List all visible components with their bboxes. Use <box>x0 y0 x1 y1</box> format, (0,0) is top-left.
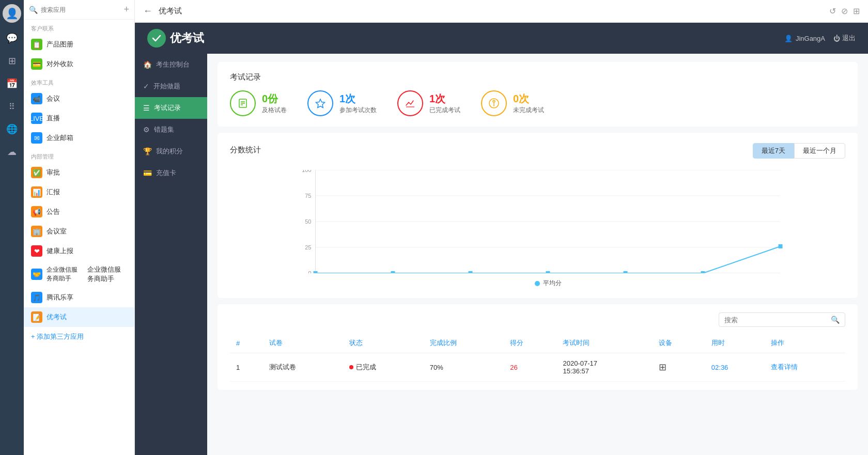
cell-paper: 测试试卷 <box>263 353 343 382</box>
nav-label-dashboard: 考生控制台 <box>156 60 190 69</box>
sidebar-item-announcement[interactable]: 📢 公告 <box>24 202 134 222</box>
tab-1month[interactable]: 最近一个月 <box>794 143 845 159</box>
completed-icon <box>397 90 423 116</box>
app-navbar: 🏠 考生控制台 ✓ 开始做题 ☰ 考试记录 ⚙ 错题集 <box>135 54 207 455</box>
table-row: 1 测试试卷 已完成 70% 26 <box>230 353 845 382</box>
back-button[interactable]: ← <box>143 6 152 17</box>
score-chart-section: 分数统计 最近7天 最近一个月 <box>218 133 858 298</box>
globe-nav-item[interactable]: 🌐 <box>2 119 22 139</box>
status-badge: 已完成 <box>349 363 376 372</box>
section-tools: 效率工具 📹 会议 LIVE 直播 ✉ 企业邮箱 <box>24 74 134 148</box>
section-internal: 内部管理 ✅ 审批 📊 汇报 📢 公告 🏢 会议室 ❤ 健康上报 <box>24 148 134 261</box>
svg-rect-26 <box>779 244 783 248</box>
nav-item-recharge[interactable]: 💳 充值卡 <box>135 162 207 184</box>
user-name-text: JinGangA <box>796 35 825 42</box>
sidebar-item-livestream[interactable]: LIVE 直播 <box>24 108 134 128</box>
svg-rect-21 <box>391 271 395 273</box>
logo-text: 优考试 <box>170 30 204 46</box>
sidebar-item-email[interactable]: ✉ 企业邮箱 <box>24 128 134 148</box>
sidebar-item-report[interactable]: 📊 汇报 <box>24 182 134 202</box>
search-input[interactable] <box>41 6 120 13</box>
card-icon: 💳 <box>143 169 152 177</box>
trophy-icon: 🏆 <box>143 147 152 155</box>
stat-pass-papers: 0份 及格试卷 <box>230 90 287 116</box>
lexiang-icon: 🎵 <box>31 292 42 303</box>
svg-rect-24 <box>624 271 628 273</box>
approval-icon: ✅ <box>31 167 42 178</box>
add-app-button[interactable]: + <box>123 4 129 15</box>
view-detail-link[interactable]: 查看详情 <box>771 363 798 371</box>
refresh-button[interactable]: ↺ <box>829 6 836 16</box>
legend-label: 平均分 <box>543 279 562 288</box>
col-score: 得分 <box>504 333 556 353</box>
status-text: 已完成 <box>356 363 376 372</box>
nav-item-dashboard[interactable]: 🏠 考生控制台 <box>135 54 207 75</box>
nav-item-start[interactable]: ✓ 开始做题 <box>135 75 207 97</box>
incomplete-info: 0次 未完成考试 <box>513 92 544 115</box>
section-apps: 🤝 企业微信服务商助手企业微信服务商助手 🎵 腾讯乐享 📝 优考试 <box>24 261 134 327</box>
icon-bar: 👤 💬 ⊞ 📅 ⠿ 🌐 ☁ <box>0 0 24 455</box>
exam-record-title: 考试记录 <box>230 72 845 82</box>
chart-container: 100 75 50 25 0 <box>230 170 845 288</box>
col-completion: 完成比例 <box>424 333 504 353</box>
sidebar-item-receivables[interactable]: 💳 对外收款 <box>24 54 134 74</box>
stat-incomplete: 0次 未完成考试 <box>481 90 544 116</box>
search-bar[interactable]: 🔍 + <box>24 0 134 20</box>
nav-label-recharge: 充值卡 <box>156 168 176 178</box>
cell-duration: 02:36 <box>705 353 765 382</box>
announcement-icon: 📢 <box>31 206 42 217</box>
chart-tabs: 最近7天 最近一个月 <box>753 143 845 159</box>
times-info: 1次 参加考试次数 <box>339 92 377 115</box>
add-third-party-button[interactable]: + 添加第三方应用 <box>31 333 84 340</box>
sidebar-item-approval[interactable]: ✅ 审批 <box>24 163 134 182</box>
apps-nav-item[interactable]: ⠿ <box>2 96 22 117</box>
cloud-nav-item[interactable]: ☁ <box>2 142 22 162</box>
sidebar-item-health[interactable]: ❤ 健康上报 <box>24 241 134 261</box>
logout-button[interactable]: ⏻ 退出 <box>833 34 856 43</box>
svg-text:25: 25 <box>305 244 311 250</box>
col-duration: 用时 <box>705 333 765 353</box>
legend-dot <box>535 281 540 286</box>
avatar[interactable]: 👤 <box>3 4 21 23</box>
nav-item-mistakes[interactable]: ⚙ 错题集 <box>135 119 207 140</box>
incomplete-value: 0次 <box>513 92 544 106</box>
table-search-icon: 🔍 <box>831 316 840 324</box>
grid-nav-item[interactable]: ⊞ <box>2 51 22 71</box>
times-label: 参加考试次数 <box>339 106 377 115</box>
table-search-input[interactable] <box>724 316 828 324</box>
logout-text: 退出 <box>842 34 856 43</box>
sidebar-item-meetingroom[interactable]: 🏢 会议室 <box>24 222 134 241</box>
stop-button[interactable]: ⊘ <box>841 6 848 16</box>
meeting-icon: 📹 <box>31 93 42 104</box>
nav-item-points[interactable]: 🏆 我的积分 <box>135 140 207 162</box>
cell-action[interactable]: 查看详情 <box>765 353 845 382</box>
sidebar-item-lexiang[interactable]: 🎵 腾讯乐享 <box>24 288 134 307</box>
exam-record-section: 考试记录 0份 及格试卷 <box>218 62 858 127</box>
app-header: 优考试 👤 JinGangA ⏻ 退出 <box>135 23 868 54</box>
tab-7days[interactable]: 最近7天 <box>753 143 794 159</box>
sidebar-item-meeting[interactable]: 📹 会议 <box>24 89 134 108</box>
layout-button[interactable]: ⊞ <box>853 6 860 16</box>
home-icon: 🏠 <box>143 60 152 69</box>
windows-icon: ⊞ <box>659 362 667 372</box>
nav-item-records[interactable]: ☰ 考试记录 <box>135 97 207 119</box>
pass-papers-info: 0份 及格试卷 <box>262 92 287 115</box>
sidebar-item-wxhelper[interactable]: 🤝 企业微信服务商助手企业微信服务商助手 <box>24 261 134 288</box>
cell-status: 已完成 <box>343 353 423 382</box>
section-clients: 客户联系 📋 产品图册 💳 对外收款 <box>24 20 134 74</box>
app-container: 优考试 👤 JinGangA ⏻ 退出 <box>135 23 868 455</box>
chat-nav-item[interactable]: 💬 <box>2 28 22 49</box>
app-header-user: 👤 JinGangA ⏻ 退出 <box>784 34 856 43</box>
table-search-box[interactable]: 🔍 <box>719 312 845 327</box>
sidebar-item-yukao[interactable]: 📝 优考试 <box>24 307 134 327</box>
calendar-nav-item[interactable]: 📅 <box>2 73 22 94</box>
page-title: 优考试 <box>159 6 182 16</box>
svg-rect-25 <box>701 271 705 273</box>
completed-label: 已完成考试 <box>429 106 460 115</box>
sidebar-item-product-album[interactable]: 📋 产品图册 <box>24 35 134 54</box>
nav-label-points: 我的积分 <box>156 147 183 156</box>
app-inner: 优考试 👤 JinGangA ⏻ 退出 <box>135 23 868 455</box>
exam-table-section: 🔍 # 试卷 状态 完成比例 得分 <box>218 304 858 390</box>
yukao-icon: 📝 <box>31 311 42 323</box>
incomplete-label: 未完成考试 <box>513 106 544 115</box>
